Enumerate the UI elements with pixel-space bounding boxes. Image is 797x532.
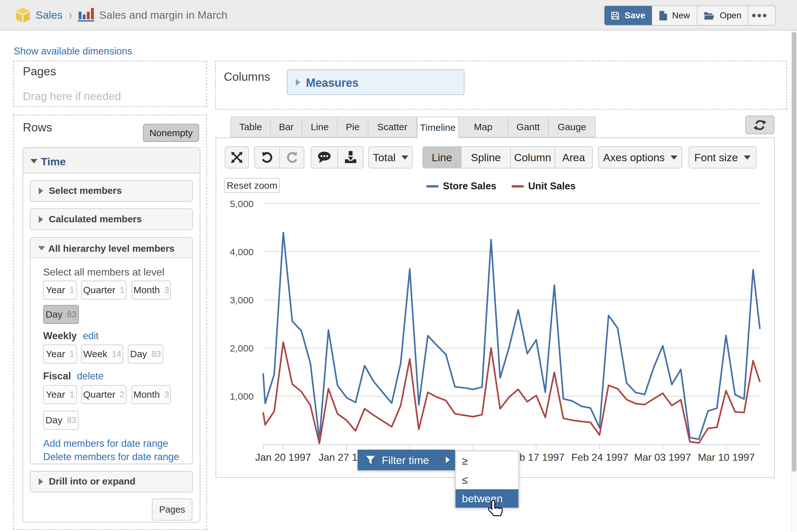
svg-text:Mar 03 1997: Mar 03 1997 bbox=[634, 452, 691, 463]
svg-text:3,000: 3,000 bbox=[230, 295, 254, 305]
svg-text:Mar 10 1997: Mar 10 1997 bbox=[698, 452, 755, 463]
svg-text:Feb 24 1997: Feb 24 1997 bbox=[571, 452, 628, 463]
svg-text:4,000: 4,000 bbox=[230, 247, 254, 257]
svg-text:Jan 20 1997: Jan 20 1997 bbox=[255, 452, 311, 463]
svg-text:1,000: 1,000 bbox=[230, 391, 254, 401]
svg-text:5,000: 5,000 bbox=[230, 198, 254, 209]
svg-text:2,000: 2,000 bbox=[230, 343, 254, 354]
